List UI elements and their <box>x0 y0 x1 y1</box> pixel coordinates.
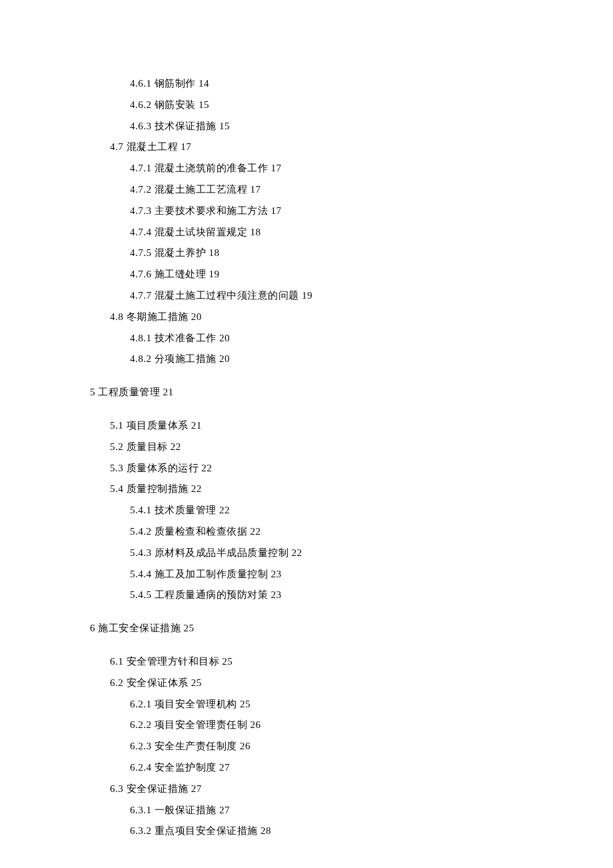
toc-entry: 5.2 质量目标 22 <box>90 437 613 458</box>
toc-entry: 5.4.1 技术质量管理 22 <box>90 500 613 521</box>
toc-entry: 4.7 混凝土工程 17 <box>90 137 613 158</box>
toc-entry: 5.4.4 施工及加工制作质量控制 23 <box>90 564 613 585</box>
toc-entry: 6.1 安全管理方针和目标 25 <box>90 651 613 673</box>
toc-entry: 6.2.2 项目安全管理责任制 26 <box>90 715 613 736</box>
toc-entry: 4.7.3 主要技术要求和施工方法 17 <box>90 201 613 222</box>
toc-entry: 4.7.6 施工缝处理 19 <box>90 264 613 285</box>
toc-entry: 6.2.1 项目安全管理机构 25 <box>90 694 613 715</box>
toc-entry: 4.7.1 混凝土浇筑前的准备工作 17 <box>90 158 613 179</box>
toc-entry: 4.6.1 钢筋制作 14 <box>90 73 613 95</box>
toc-entry: 4.8.2 分项施工措施 20 <box>90 349 613 370</box>
toc-entry: 6 施工安全保证措施 25 <box>90 618 613 639</box>
toc-entry: 4.6.2 钢筋安装 15 <box>90 95 613 116</box>
toc-entry: 6.2 安全保证体系 25 <box>90 673 613 694</box>
toc-entry: 4.7.5 混凝土养护 18 <box>90 243 613 264</box>
toc-entry: 4.8.1 技术准备工作 20 <box>90 328 613 349</box>
toc-entry: 5 工程质量管理 21 <box>90 382 613 403</box>
toc-entry: 6.2.4 安全监护制度 27 <box>90 757 613 779</box>
toc-entry: 5.4.5 工程质量通病的预防对策 23 <box>90 585 613 606</box>
toc-entry: 4.7.2 混凝土施工工艺流程 17 <box>90 179 613 201</box>
toc-entry: 6.3.2 重点项目安全保证措施 28 <box>90 821 613 842</box>
toc-entry: 6.2.3 安全生产责任制度 26 <box>90 736 613 757</box>
toc-container: 4.6.1 钢筋制作 144.6.2 钢筋安装 154.6.3 技术保证措施 1… <box>0 73 613 842</box>
toc-entry: 4.8 冬期施工措施 20 <box>90 307 613 328</box>
toc-entry: 4.7.7 混凝土施工过程中须注意的问题 19 <box>90 285 613 307</box>
toc-entry: 5.4.2 质量检查和检查依据 22 <box>90 521 613 543</box>
toc-entry: 4.7.4 混凝土试块留置规定 18 <box>90 222 613 243</box>
toc-entry: 5.1 项目质量体系 21 <box>90 415 613 437</box>
toc-entry: 6.3 安全保证措施 27 <box>90 779 613 800</box>
toc-entry: 6.3.1 一般保证措施 27 <box>90 800 613 821</box>
toc-entry: 4.6.3 技术保证措施 15 <box>90 116 613 137</box>
toc-entry: 5.3 质量体系的运行 22 <box>90 458 613 479</box>
toc-entry: 5.4 质量控制措施 22 <box>90 479 613 500</box>
toc-entry: 5.4.3 原材料及成品半成品质量控制 22 <box>90 543 613 564</box>
